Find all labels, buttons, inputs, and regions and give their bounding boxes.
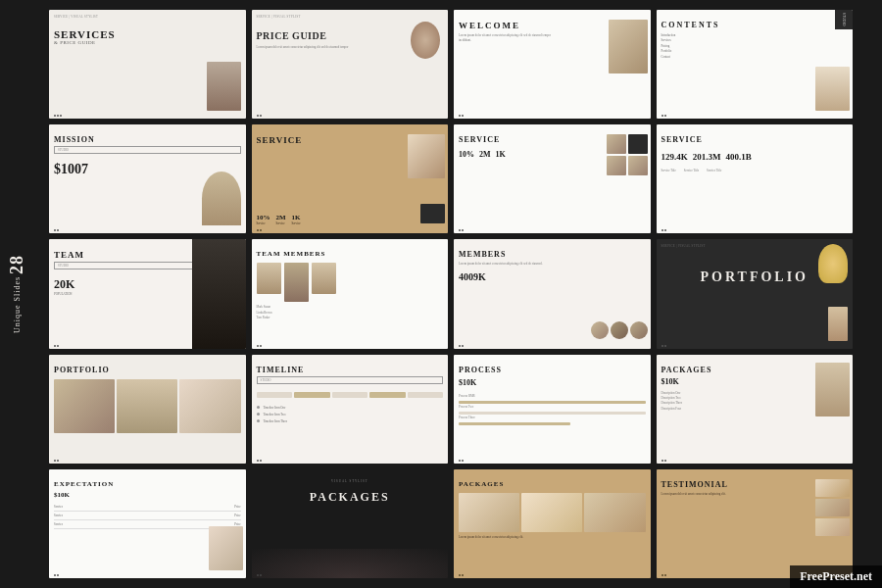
slide-14: TIMELINE STUDIO Timeline Item One Timeli… [252, 355, 449, 464]
slide-14-title: TIMELINE [257, 366, 444, 374]
slide-8-title: SERVICE [662, 135, 849, 144]
slide-12-flower [818, 244, 848, 283]
slide-17-price: $10K [54, 491, 241, 499]
slide-15-price: $10K [459, 378, 646, 387]
slide-17-image [209, 526, 243, 570]
slide-4-dark-bar: STUDIO [835, 10, 853, 29]
slide-grid: SERVICE | VISUAL STYLIST SERVICES & PRIC… [0, 0, 882, 588]
slide-13-images [54, 379, 241, 433]
slide-count-number: 28 [8, 255, 25, 274]
slide-20-images [815, 479, 850, 536]
slide-11-circles [591, 321, 648, 339]
slide-12: SERVICE | VISUAL STYLIST PORTFOLIO [657, 239, 854, 348]
slide-5-image [202, 172, 241, 225]
slide-2-footer [257, 115, 444, 117]
slide-8-stats: 129.4K 201.3M 400.1B [662, 152, 849, 162]
slide-1-subtitle: & PRICE GUIDE [54, 40, 241, 45]
slide-1-footer [54, 115, 241, 117]
watermark: FreePreset.net [790, 565, 882, 588]
slide-19-title: PACKAGES [459, 480, 646, 488]
slide-19-images [459, 493, 646, 532]
slide-2-desc: Lorem ipsum dolor sit amet consectetur a… [257, 45, 368, 49]
slide-15-steps: Process RMB Process Two Process Three [459, 393, 646, 425]
slide-3-image [609, 20, 648, 74]
slide-5-studio: STUDIO [54, 146, 241, 154]
slide-12-arrow [828, 307, 848, 341]
slide-14-items: Timeline Item One Timeline Item Two Time… [257, 403, 444, 423]
slide-7: SERVICE 10% 2M 1K [454, 124, 651, 233]
slide-15-title: PROCESS [459, 366, 646, 374]
slide-9-image [192, 239, 246, 348]
slide-7-image-grid [607, 134, 648, 175]
slide-6-image [408, 134, 445, 178]
slide-1-title: SERVICES [54, 28, 241, 40]
watermark-text: FreePreset.net [800, 569, 872, 583]
slide-13-title: PORTFOLIO [54, 366, 241, 374]
dot [54, 115, 56, 117]
slide-2-header: SERVICE | VISUAL STYLIST [257, 15, 444, 19]
slide-14-studio: STUDIO [257, 376, 444, 384]
slide-11: MEMBERS Lorem ipsum dolor sit amet conse… [454, 239, 651, 348]
slide-19-desc: Lorem ipsum dolor sit amet consectetur a… [459, 535, 646, 540]
slide-18: VISUAL STYLIST PACKAGES [252, 469, 449, 578]
slide-6: SERVICE 10% Service 2M Service 1K Servic… [252, 124, 449, 233]
slide-14-bar [257, 392, 444, 398]
slide-count-text: Unique Slides [13, 276, 22, 333]
slide-11-number: 4009K [459, 271, 646, 282]
slide-20-text: Lorem ipsum dolor sit amet consectetur a… [662, 492, 764, 497]
slide-10-photos [257, 263, 444, 302]
slide-18-tag: VISUAL STYLIST [257, 479, 444, 483]
slide-4: STUDIO CONTENTS Introduction Services Pr… [657, 10, 854, 119]
slide-17-table: Service Price Service Price Service Pric… [54, 503, 241, 529]
slide-17: EXPECTATION $10K Service Price Service P… [49, 469, 246, 578]
slide-4-list: Introduction Services Pricing Portfolio … [662, 33, 849, 60]
slide-11-title: MEMBERS [459, 250, 646, 259]
slide-9: TEAM STUDIO 20K POPULATION [49, 239, 246, 348]
slide-4-title: CONTENTS [662, 21, 849, 29]
slide-1-portrait [207, 62, 241, 111]
slide-3-text: Lorem ipsum dolor sit amet consectetur a… [459, 33, 562, 42]
slide-16-image [815, 363, 850, 416]
slide-1: SERVICE | VISUAL STYLIST SERVICES & PRIC… [49, 10, 246, 119]
slide-17-title: EXPECTATION [54, 480, 241, 488]
slide-6-stats: 10% Service 2M Service 1K Service [257, 214, 301, 225]
slide-15: PROCESS $10K Process RMB Process Two Pro… [454, 355, 651, 464]
slide-13: PORTFOLIO [49, 355, 246, 464]
slide-11-text: Lorem ipsum dolor sit amet consectetur a… [459, 262, 562, 267]
slide-8-lines: Service Title Service Title Service Titl… [662, 166, 849, 172]
slide-3: WELCOME Lorem ipsum dolor sit amet conse… [454, 10, 651, 119]
slide-5-title: MISSION [54, 135, 241, 144]
slide-5: MISSION STUDIO $1007 [49, 124, 246, 233]
slide-2-image [411, 22, 440, 59]
slide-10-names: Mark SuzanLinda BrownTom Parker [257, 305, 444, 320]
slide-10: TEAM MEMBERS Mark SuzanLinda BrownTom Pa… [252, 239, 449, 348]
footer-dots [54, 115, 62, 117]
slide-8: SERVICE 129.4K 201.3M 400.1B Service Tit… [657, 124, 854, 233]
slide-6-small-image [420, 204, 445, 223]
slide-2: SERVICE | VISUAL STYLIST PRICE GUIDE Lor… [252, 10, 449, 119]
slide-10-title: TEAM MEMBERS [257, 250, 444, 258]
slide-18-title: PACKAGES [257, 491, 444, 504]
dot [57, 115, 59, 117]
slide-19: PACKAGES Lorem ipsum dolor sit amet cons… [454, 469, 651, 578]
dot [60, 115, 62, 117]
side-label: 28 Unique Slides [8, 255, 25, 333]
slide-20: TESTIMONIAL Lorem ipsum dolor sit amet c… [657, 469, 854, 578]
slide-1-header: SERVICE | VISUAL STYLIST [54, 15, 241, 19]
slide-16: PACKAGES $10K Description One Descriptio… [657, 355, 854, 464]
slide-4-image [815, 67, 850, 111]
